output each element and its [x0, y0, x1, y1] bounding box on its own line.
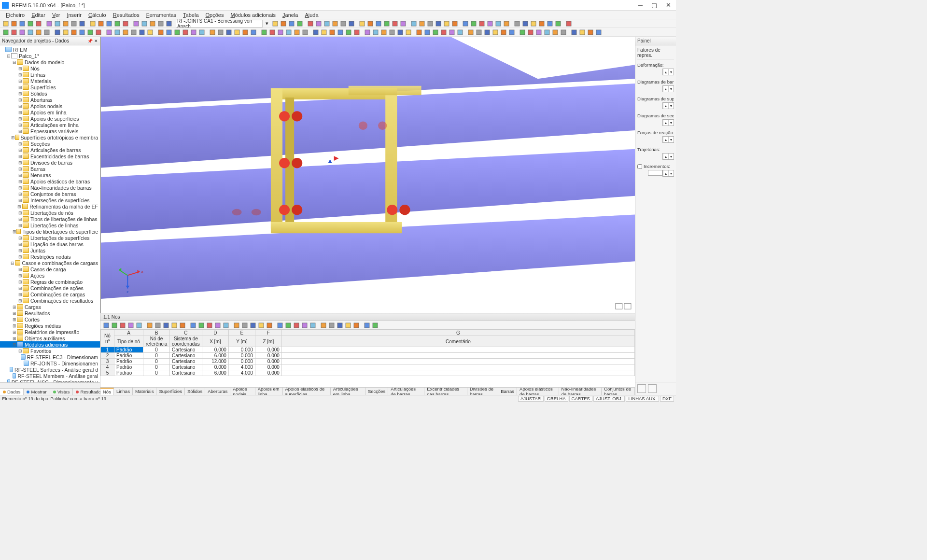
- tbl-tool-26[interactable]: [328, 322, 336, 329]
- status-cartes[interactable]: CARTES: [569, 396, 592, 402]
- menu-ferramentas[interactable]: Ferramentas: [143, 12, 179, 18]
- tool2-14[interactable]: [122, 28, 129, 36]
- tbl-tool-0[interactable]: [102, 322, 110, 329]
- tree-expand-icon[interactable]: ⊞: [13, 229, 16, 234]
- tbl-tool-21[interactable]: [284, 322, 292, 329]
- spinbox[interactable]: ▴▾: [662, 102, 674, 109]
- tool2-40[interactable]: [345, 28, 352, 36]
- table-tab-divisões-de-barras[interactable]: Divisões de barras: [467, 388, 498, 395]
- tool-18[interactable]: [157, 20, 165, 28]
- tree-expand-icon[interactable]: ⊞: [17, 210, 23, 215]
- tree-expand-icon[interactable]: ⊞: [11, 135, 15, 140]
- tbl-tool-4[interactable]: [135, 322, 143, 329]
- tree-expand-icon[interactable]: ⊟: [10, 261, 15, 266]
- tool2-29[interactable]: [250, 28, 257, 36]
- tree-cortes[interactable]: ⊞Cortes: [0, 316, 100, 322]
- tool2-65[interactable]: [560, 28, 567, 36]
- tool2-30[interactable]: [260, 28, 268, 36]
- tool-12[interactable]: [105, 20, 113, 28]
- tool2-4[interactable]: [35, 28, 42, 36]
- nav-tab-vistas[interactable]: Vistas: [50, 389, 73, 395]
- tool-31[interactable]: [366, 20, 374, 28]
- tool-25[interactable]: [315, 20, 323, 28]
- tool2-39[interactable]: [337, 28, 344, 36]
- tbl-tool-18[interactable]: [257, 322, 265, 329]
- 3d-viewport[interactable]: x z: [100, 37, 635, 313]
- tree-expand-icon[interactable]: ⊞: [17, 79, 23, 84]
- tree-juntas[interactable]: ⊞Juntas: [0, 247, 100, 253]
- table-tab-excentricidades-das-barras[interactable]: Excentricidades das barras: [424, 388, 467, 395]
- tool2-37[interactable]: [320, 28, 328, 36]
- tool2-51[interactable]: [440, 28, 448, 36]
- tool-51[interactable]: [538, 20, 546, 28]
- tbl-tool-7[interactable]: [162, 322, 170, 329]
- tool2-27[interactable]: [233, 28, 241, 36]
- nav-tab-dados[interactable]: Dados: [0, 389, 24, 395]
- tree-expand-icon[interactable]: ⊞: [17, 129, 23, 134]
- table-tab-não-linearidades-de-barras[interactable]: Não-linearidades de barras: [559, 388, 602, 395]
- tool2-3[interactable]: [27, 28, 34, 36]
- tree-rf-joints-dimensionamen[interactable]: RF-JOINTS - Dimensionamen: [0, 360, 100, 366]
- tool-19[interactable]: [165, 20, 173, 28]
- table-tab-apoios-elásticos-de-barras[interactable]: Apoios elásticos de barras: [517, 388, 559, 395]
- tool-16[interactable]: [140, 20, 148, 28]
- increments-check[interactable]: Incrementos:: [637, 164, 674, 169]
- tool-20[interactable]: [271, 20, 279, 28]
- tree-expand-icon[interactable]: ⊞: [17, 217, 23, 222]
- tool2-56[interactable]: [483, 28, 491, 36]
- menu-inserir[interactable]: Inserir: [64, 12, 84, 18]
- tool2-7[interactable]: [62, 28, 70, 36]
- table-tab-superfícies[interactable]: Superfícies: [156, 388, 185, 395]
- tbl-tool-8[interactable]: [170, 322, 178, 329]
- tree-expand-icon[interactable]: ⊞: [17, 91, 23, 96]
- table-tab-linhas[interactable]: Linhas: [114, 388, 133, 395]
- tree-casos-de-carga[interactable]: ⊞Casos de carga: [0, 266, 100, 272]
- menu-tabela[interactable]: Tabela: [180, 12, 201, 18]
- tree-palco-1-[interactable]: ⊟Palco_1*: [0, 53, 100, 59]
- tool-37[interactable]: [418, 20, 426, 28]
- tree-materiais[interactable]: ⊞Materiais: [0, 78, 100, 84]
- tool2-6[interactable]: [54, 28, 61, 36]
- status-dxf[interactable]: DXF: [660, 396, 674, 402]
- tool2-28[interactable]: [241, 28, 249, 36]
- tbl-tool-6[interactable]: [154, 322, 162, 329]
- menu-janela[interactable]: Janela: [280, 12, 301, 18]
- tbl-tool-14[interactable]: [222, 322, 230, 329]
- spinbox[interactable]: ▴▾: [662, 136, 674, 143]
- tree-expand-icon[interactable]: ⊞: [17, 154, 23, 159]
- tree-expand-icon[interactable]: ⊞: [17, 298, 23, 303]
- tree-regras-de-combina-o[interactable]: ⊞Regras de combinação: [0, 279, 100, 285]
- status-linhas-aux-[interactable]: LINHAS AUX.: [626, 396, 659, 402]
- tool2-50[interactable]: [432, 28, 439, 36]
- tool-52[interactable]: [546, 20, 554, 28]
- close-button[interactable]: ✕: [666, 1, 671, 9]
- tree-apoios-de-superf-cies[interactable]: ⊞Apoios de superfícies: [0, 115, 100, 122]
- tool-27[interactable]: [331, 20, 339, 28]
- tool-38[interactable]: [426, 20, 434, 28]
- tool-14[interactable]: [122, 20, 129, 28]
- tbl-tool-1[interactable]: [111, 322, 118, 329]
- tool-45[interactable]: [486, 20, 494, 28]
- tree-expand-icon[interactable]: ⊞: [12, 317, 17, 322]
- tool2-0[interactable]: [2, 28, 10, 36]
- tree-expand-icon[interactable]: ⊞: [17, 148, 23, 153]
- tree-linhas[interactable]: ⊞Linhas: [0, 71, 100, 78]
- tree-m-dulos-adicionais[interactable]: ⊟Módulos adicionais: [0, 341, 100, 348]
- tool2-63[interactable]: [543, 28, 551, 36]
- menu-ficheiro[interactable]: Ficheiro: [3, 12, 28, 18]
- tool2-8[interactable]: [70, 28, 78, 36]
- tree-combina-es-de-cargas[interactable]: ⊞Combinações de cargas: [0, 291, 100, 297]
- tree-excentricidades-de-barras[interactable]: ⊞Excentricidades de barras: [0, 153, 100, 159]
- tool2-19[interactable]: [165, 28, 173, 36]
- tool2-21[interactable]: [182, 28, 189, 36]
- data-grid[interactable]: NónºABCDEFGTipo de nóNó dereferênciaSist…: [100, 330, 635, 387]
- tool2-43[interactable]: [372, 28, 379, 36]
- panel-btn-1[interactable]: [637, 384, 646, 393]
- tbl-tool-11[interactable]: [197, 322, 205, 329]
- tool-3[interactable]: [27, 20, 34, 28]
- tool2-12[interactable]: [105, 28, 113, 36]
- tree-espessuras-vari-veis[interactable]: ⊞Espessuras variáveis: [0, 128, 100, 134]
- tree-expand-icon[interactable]: ⊞: [17, 267, 23, 272]
- tree-rf-steel-aisc-dimensionamento-[interactable]: RF-STEEL AISC - Dimensionamento v: [0, 379, 100, 382]
- tool2-34[interactable]: [293, 28, 301, 36]
